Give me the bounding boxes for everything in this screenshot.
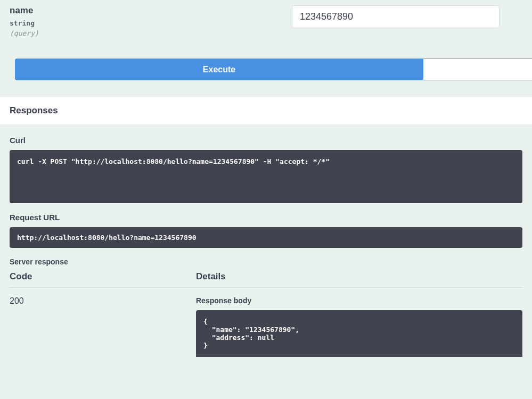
parameter-in: (query) <box>10 29 276 37</box>
parameter-type: string <box>10 19 276 27</box>
response-content: Curl curl -X POST "http://localhost:8080… <box>0 125 532 357</box>
parameter-name: name <box>10 5 276 16</box>
response-body-output: { "name": "1234567890", "address": null … <box>196 310 522 357</box>
clear-button[interactable] <box>423 59 532 80</box>
code-column-header: Code <box>10 271 196 282</box>
parameter-row: name string (query) <box>0 0 532 59</box>
request-url-label: Request URL <box>10 213 522 222</box>
response-body-label: Response body <box>196 296 522 305</box>
response-details: Response body { "name": "1234567890", "a… <box>196 296 522 357</box>
execute-button[interactable]: Execute <box>15 59 423 80</box>
server-response-label: Server response <box>10 257 522 266</box>
request-url-output: http://localhost:8080/hello?name=1234567… <box>10 227 522 248</box>
curl-label: Curl <box>10 136 522 145</box>
parameter-meta: name string (query) <box>10 5 276 37</box>
action-buttons: Execute <box>0 59 532 80</box>
response-code: 200 <box>10 296 196 357</box>
parameter-value-wrapper <box>292 5 500 37</box>
responses-header: Responses <box>0 96 532 125</box>
response-table-header: Code Details <box>10 271 522 288</box>
parameter-value-input[interactable] <box>292 5 500 28</box>
table-row: 200 Response body { "name": "1234567890"… <box>10 296 522 357</box>
details-column-header: Details <box>196 271 522 282</box>
curl-output: curl -X POST "http://localhost:8080/hell… <box>10 150 522 203</box>
